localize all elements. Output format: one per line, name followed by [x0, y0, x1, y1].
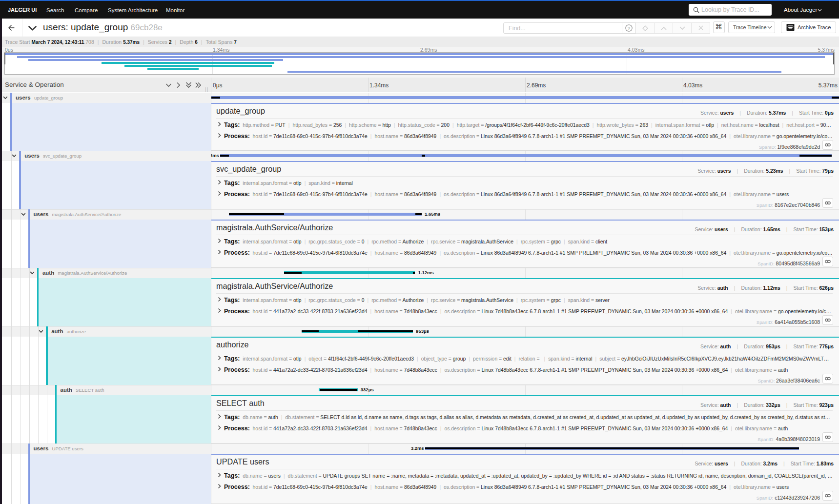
svg-text:?: ?	[628, 26, 630, 31]
